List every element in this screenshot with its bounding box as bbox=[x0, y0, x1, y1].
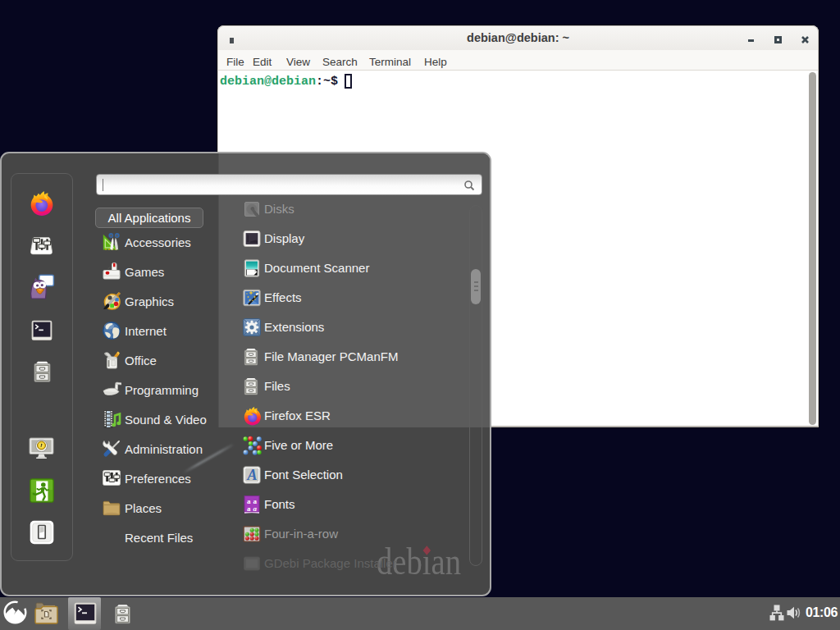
svg-text:a: a bbox=[247, 504, 251, 513]
svg-text:A: A bbox=[246, 467, 257, 483]
svg-text:a: a bbox=[253, 504, 258, 513]
